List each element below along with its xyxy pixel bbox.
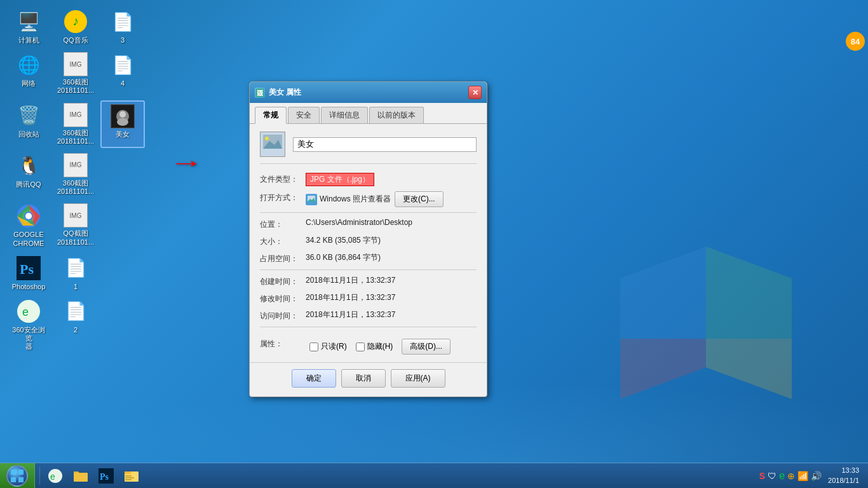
svg-text:Ps: Ps [20, 261, 34, 277]
dialog-close-button[interactable]: ✕ [468, 86, 482, 99]
hidden-checkbox-label[interactable]: 隐藏(H) [356, 341, 393, 352]
location-row: 位置： C:\Users\Administrator\Desktop [260, 218, 477, 230]
desktop-icon-network[interactable]: 🌐 网络 [6, 50, 51, 97]
taskbar-ie-icon[interactable]: e [43, 464, 67, 487]
svg-text:♪: ♪ [72, 14, 79, 28]
attributes-row: 只读(R) 隐藏(H) 高级(D)... [309, 339, 451, 355]
svg-rect-25 [11, 477, 16, 482]
taskbar-ps-icon[interactable]: Ps [94, 464, 118, 487]
file-preview-image [260, 132, 285, 157]
desktop-icon-4[interactable]: 📄 4 [100, 50, 145, 97]
taskbar-pinned-icons: e Ps [35, 463, 146, 488]
separator2 [260, 269, 477, 270]
taskbar-separator-1 [39, 467, 40, 485]
desktop-icon-qqcapture[interactable]: IMG QQ截图20181101... [53, 201, 98, 250]
open-with-app-name: Windows 照片查看器 [320, 194, 391, 205]
red-arrow: → [169, 149, 203, 176]
desktop-icon-360capture3[interactable]: IMG 360截图20181101... [53, 151, 98, 198]
desktop-icon-360capture2[interactable]: IMG 360截图20181101... [53, 100, 98, 148]
tab-general[interactable]: 常规 [255, 107, 287, 124]
item4-label: 4 [121, 79, 125, 88]
tray-icon-s[interactable]: S [759, 471, 765, 481]
desktop-icon-chrome[interactable]: GOOGLECHROME [6, 201, 51, 250]
desktop-icon-2[interactable]: 📄 2 [53, 296, 98, 354]
svg-point-9 [25, 213, 32, 219]
advanced-button[interactable]: 高级(D)... [402, 339, 451, 355]
separator3 [260, 327, 477, 327]
properties-dialog: 🖼 美女 属性 ✕ 常规 安全 详细信息 以前的版本 [249, 81, 487, 397]
readonly-checkbox[interactable] [309, 342, 318, 351]
desktop-icon-meinv[interactable]: 美女 [100, 100, 145, 148]
svg-point-19 [265, 137, 269, 140]
tray-icon-signal[interactable]: 📶 [797, 471, 808, 481]
desktop-icon-qqmusic[interactable]: ♪ QQ音乐 [53, 6, 98, 47]
desktop-icon-ie360[interactable]: e 360安全浏览器 [6, 296, 51, 354]
svg-rect-35 [125, 477, 134, 478]
disk-size-row: 占用空间： 36.0 KB (36,864 字节) [260, 252, 477, 264]
start-button[interactable] [0, 463, 35, 488]
attr-label: 属性： [260, 337, 306, 349]
svg-text:e: e [50, 471, 55, 482]
notification-bubble[interactable]: 84 [846, 32, 865, 51]
taskbar-explorer-icon[interactable] [119, 464, 144, 487]
tray-icon-ie[interactable]: e [779, 470, 785, 482]
desktop-icon-recycle[interactable]: 🗑️ 回收站 [6, 100, 51, 148]
windows-logo-decoration [595, 227, 817, 450]
open-with-label: 打开方式： [260, 191, 306, 203]
notification-count: 84 [851, 37, 860, 46]
file-type-label: 文件类型： [260, 173, 306, 185]
ok-button[interactable]: 确定 [292, 369, 336, 388]
360capture1-icon: IMG [64, 52, 88, 76]
system-tray: S 🛡 e ⊕ 📶 🔊 13:33 2018/11/1 [754, 463, 868, 488]
desktop-icon-qq[interactable]: 🐧 腾讯QQ [6, 151, 51, 198]
size-label: 大小： [260, 235, 306, 247]
svg-text:Ps: Ps [100, 472, 109, 482]
created-value: 2018年11月1日，13:32:37 [306, 275, 477, 286]
360capture2-label: 360截图20181101... [57, 129, 94, 146]
taskbar-folder-icon[interactable] [69, 464, 93, 487]
item1-label: 1 [74, 283, 78, 291]
360capture1-label: 360截图20181101... [57, 78, 94, 95]
qqcapture-icon: IMG [64, 203, 88, 227]
tray-icon-speaker[interactable]: 🔊 [811, 471, 822, 481]
ie360-icon: e [16, 299, 41, 324]
dialog-title-text: 美女 属性 [269, 87, 301, 98]
svg-rect-33 [125, 471, 131, 474]
qqmusic-label: QQ音乐 [63, 36, 88, 44]
meinv-label: 美女 [116, 130, 130, 139]
chrome-icon [16, 203, 41, 229]
tray-icon-plus[interactable]: ⊕ [787, 471, 795, 481]
hidden-checkbox[interactable] [356, 342, 365, 351]
svg-rect-24 [18, 470, 24, 475]
desktop-icon-1[interactable]: 📄 1 [53, 253, 98, 294]
system-clock[interactable]: 13:33 2018/11/1 [824, 466, 863, 485]
qq-icon: 🐧 [16, 153, 41, 179]
tab-security[interactable]: 安全 [288, 107, 320, 123]
cancel-button[interactable]: 取消 [341, 369, 386, 388]
svg-rect-26 [18, 477, 24, 482]
dialog-titlebar: 🖼 美女 属性 ✕ [250, 82, 487, 103]
tab-details[interactable]: 详细信息 [321, 107, 368, 123]
dialog-content: 文件类型： JPG 文件（.jpg） 打开方式： [250, 124, 487, 362]
file-type-row: 文件类型： JPG 文件（.jpg） [260, 173, 477, 186]
tray-icon-shield[interactable]: 🛡 [768, 471, 776, 481]
readonly-checkbox-label[interactable]: 只读(R) [309, 341, 347, 352]
network-icon: 🌐 [16, 52, 41, 78]
desktop-icon-3[interactable]: 📄 3 [100, 6, 145, 47]
computer-label: 计算机 [18, 36, 39, 44]
dialog-footer: 确定 取消 应用(A) [250, 362, 487, 396]
desktop: 🖥️ 计算机 ♪ QQ音乐 📄 3 🌐 [0, 0, 868, 488]
filename-input[interactable] [293, 137, 477, 152]
location-value: C:\Users\Administrator\Desktop [306, 218, 477, 227]
dialog-title-icon: 🖼 [255, 88, 265, 98]
desktop-icon-360capture1[interactable]: IMG 360截图20181101... [53, 50, 98, 97]
desktop-icon-computer[interactable]: 🖥️ 计算机 [6, 6, 51, 47]
photo-viewer-icon [306, 194, 317, 205]
qqcapture-label: QQ截图20181101... [57, 229, 94, 246]
change-button[interactable]: 更改(C)... [395, 191, 444, 207]
readonly-label: 只读(R) [321, 341, 347, 352]
apply-button[interactable]: 应用(A) [391, 369, 445, 388]
desktop-icon-photoshop[interactable]: Ps Photoshop [6, 253, 51, 294]
item2-icon: 📄 [63, 299, 88, 324]
tab-previous[interactable]: 以前的版本 [369, 107, 424, 123]
